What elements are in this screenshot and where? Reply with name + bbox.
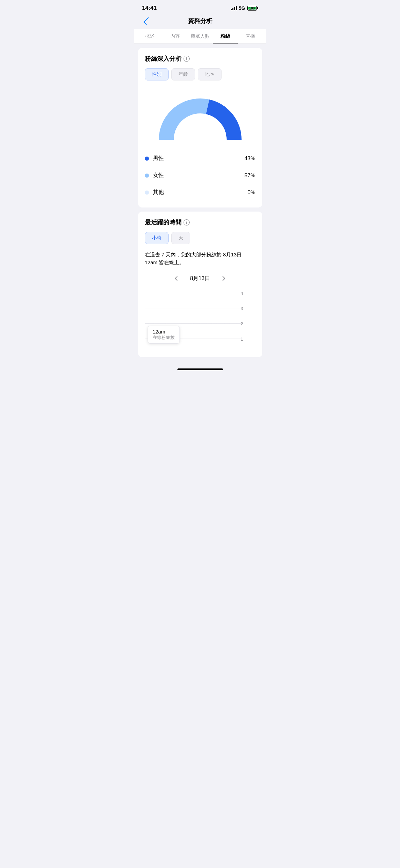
nav-header: 資料分析	[134, 14, 266, 29]
female-label: 女性	[153, 172, 164, 179]
filter-day[interactable]: 天	[171, 232, 190, 244]
other-value: 0%	[247, 189, 255, 196]
fans-analysis-card: 粉絲深入分析 i 性別 年齡 地區 男性	[138, 48, 262, 207]
active-info-icon[interactable]: i	[184, 219, 190, 225]
bottom-bar	[134, 361, 266, 373]
back-chevron-icon	[143, 17, 151, 25]
active-description: 在過去 7 天內，您的大部分粉絲於 8月13日 12am 皆在線上。	[145, 251, 255, 266]
grid-label-1: 1	[241, 337, 243, 342]
filter-region[interactable]: 地區	[198, 68, 222, 80]
active-time-title: 最活躍的時間 i	[145, 218, 255, 227]
signal-icon	[231, 6, 237, 10]
next-date-button[interactable]	[218, 273, 229, 284]
tooltip-count: 在線粉絲數	[153, 334, 175, 341]
legend-female: 女性 57%	[145, 167, 255, 184]
filter-age[interactable]: 年齡	[171, 68, 195, 80]
grid-line-3: 3	[145, 308, 243, 308]
filter-gender[interactable]: 性別	[145, 68, 169, 80]
tab-content[interactable]: 內容	[163, 29, 188, 43]
current-date: 8月13日	[190, 275, 210, 282]
status-bar: 14:41 5G 100	[134, 0, 266, 14]
legend-other: 其他 0%	[145, 184, 255, 201]
tabs-container: 概述 內容 觀眾人數 粉絲 直播	[134, 29, 266, 44]
gender-legend: 男性 43% 女性 57% 其他 0%	[145, 150, 255, 201]
other-label: 其他	[153, 189, 164, 196]
legend-male: 男性 43%	[145, 150, 255, 167]
time-filter-buttons: 小時 天	[145, 232, 255, 244]
grid-label-3: 3	[241, 306, 243, 311]
grid-label-2: 2	[241, 321, 243, 326]
male-label: 男性	[153, 155, 164, 162]
filter-buttons: 性別 年齡 地區	[145, 68, 255, 80]
tooltip-time: 12am	[153, 329, 175, 334]
filter-hour[interactable]: 小時	[145, 232, 169, 244]
chevron-right-icon	[221, 276, 225, 281]
tabs: 概述 內容 觀眾人數 粉絲 直播	[134, 29, 266, 43]
female-dot	[145, 174, 149, 178]
grid-line-2: 2	[145, 323, 243, 324]
grid-line-4: 4	[145, 293, 243, 293]
tab-live[interactable]: 直播	[238, 29, 263, 43]
male-dot	[145, 157, 149, 161]
tab-fans[interactable]: 粉絲	[213, 29, 238, 43]
chevron-left-icon	[175, 276, 179, 281]
activity-chart: 4 3 2 1 12am 在線粉絲數	[145, 289, 255, 350]
status-right: 5G 100	[231, 5, 258, 11]
other-dot	[145, 191, 149, 195]
semicircle-svg	[153, 87, 248, 142]
chart-grid: 4 3 2 1 12am 在線粉絲數	[145, 289, 255, 350]
tab-audience[interactable]: 觀眾人數	[188, 29, 213, 43]
page-title: 資料分析	[188, 17, 212, 25]
date-navigator: 8月13日	[145, 273, 255, 284]
tab-overview[interactable]: 概述	[137, 29, 163, 43]
male-value: 43%	[244, 156, 255, 162]
active-time-card: 最活躍的時間 i 小時 天 在過去 7 天內，您的大部分粉絲於 8月13日 12…	[138, 212, 262, 357]
gender-chart	[145, 87, 255, 142]
battery-icon: 100	[247, 6, 258, 11]
grid-label-4: 4	[241, 291, 243, 296]
network-type: 5G	[239, 5, 245, 11]
prev-date-button[interactable]	[171, 273, 182, 284]
back-button[interactable]	[141, 16, 152, 26]
fans-analysis-title: 粉絲深入分析 i	[145, 55, 255, 63]
info-icon[interactable]: i	[184, 56, 190, 62]
time-tooltip: 12am 在線粉絲數	[148, 326, 180, 344]
home-indicator	[177, 368, 223, 370]
female-value: 57%	[244, 173, 255, 179]
status-time: 14:41	[142, 5, 157, 12]
